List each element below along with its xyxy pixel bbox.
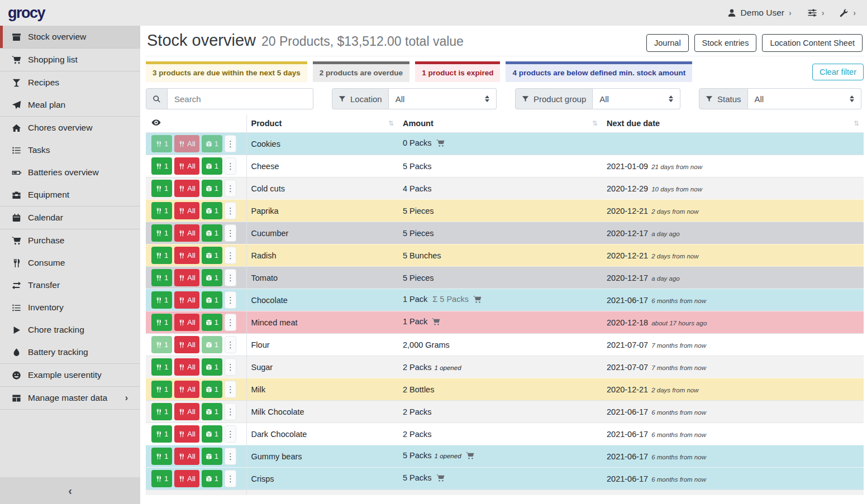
open-one-button[interactable]: 1 — [202, 135, 222, 152]
consume-all-button[interactable]: All — [174, 448, 199, 465]
sidebar-item-transfer[interactable]: Transfer — [0, 274, 140, 296]
consume-one-button[interactable]: 1 — [151, 314, 172, 331]
grocy-logo[interactable]: grocy — [8, 4, 45, 22]
product-group-filter-select[interactable]: All — [593, 88, 680, 109]
row-more-button[interactable]: ⋮ — [225, 269, 236, 286]
journal-button[interactable]: Journal — [646, 34, 689, 52]
open-one-button[interactable]: 1 — [202, 247, 222, 264]
sidebar-item-purchase[interactable]: Purchase — [0, 229, 140, 252]
sidebar-item-stock-overview[interactable]: Stock overview — [0, 26, 140, 48]
consume-all-button[interactable]: All — [174, 247, 199, 264]
consume-one-button[interactable]: 1 — [151, 448, 172, 465]
admin-menu[interactable]: › — [840, 8, 856, 17]
product-column-header[interactable]: Product⇅ — [246, 114, 398, 133]
consume-one-button[interactable]: 1 — [151, 269, 172, 286]
consume-all-button[interactable]: All — [174, 157, 199, 175]
row-more-button[interactable]: ⋮ — [225, 336, 236, 353]
open-one-button[interactable]: 1 — [202, 425, 222, 443]
consume-one-button[interactable]: 1 — [151, 358, 172, 376]
open-one-button[interactable]: 1 — [202, 180, 222, 197]
shopping-cart-icon[interactable] — [466, 453, 474, 462]
amount-column-header[interactable]: Amount⇅ — [398, 114, 602, 133]
shopping-cart-icon[interactable] — [473, 296, 482, 305]
open-one-button[interactable]: 1 — [202, 269, 222, 286]
clear-filter-button[interactable]: Clear filter — [812, 64, 864, 80]
sidebar-item-recipes[interactable]: Recipes — [0, 71, 140, 94]
consume-all-button[interactable]: All — [174, 381, 199, 398]
consume-all-button[interactable]: All — [174, 314, 199, 331]
consume-one-button[interactable]: 1 — [151, 403, 172, 420]
open-one-button[interactable]: 1 — [202, 448, 222, 465]
sidebar-item-chore-tracking[interactable]: Chore tracking — [0, 319, 140, 341]
sidebar-item-equipment[interactable]: Equipment — [0, 184, 140, 206]
settings-menu[interactable]: › — [807, 8, 825, 18]
consume-all-button[interactable]: All — [174, 336, 199, 353]
banner-secondary[interactable]: 2 products are overdue — [313, 61, 409, 82]
row-more-button[interactable]: ⋮ — [225, 425, 236, 443]
consume-one-button[interactable]: 1 — [151, 224, 172, 242]
sidebar-item-meal-plan[interactable]: Meal plan — [0, 94, 140, 116]
consume-one-button[interactable]: 1 — [151, 157, 172, 175]
sidebar-item-inventory[interactable]: Inventory — [0, 296, 140, 319]
consume-one-button[interactable]: 1 — [151, 247, 172, 264]
row-more-button[interactable]: ⋮ — [225, 224, 236, 242]
stock-entries-button[interactable]: Stock entries — [694, 34, 757, 52]
sidebar-item-chores-overview[interactable]: Chores overview — [0, 117, 140, 139]
search-input[interactable] — [168, 88, 313, 109]
open-one-button[interactable]: 1 — [202, 470, 222, 487]
row-more-button[interactable]: ⋮ — [225, 157, 236, 175]
row-more-button[interactable]: ⋮ — [225, 358, 236, 376]
consume-all-button[interactable]: All — [174, 135, 199, 152]
banner-danger[interactable]: 1 product is expired — [415, 61, 500, 82]
consume-all-button[interactable]: All — [174, 425, 199, 443]
open-one-button[interactable]: 1 — [202, 224, 222, 242]
sidebar-item-tasks[interactable]: Tasks — [0, 139, 140, 161]
row-more-button[interactable]: ⋮ — [225, 135, 236, 152]
open-one-button[interactable]: 1 — [202, 358, 222, 376]
row-more-button[interactable]: ⋮ — [225, 448, 236, 465]
consume-all-button[interactable]: All — [174, 470, 199, 487]
shopping-cart-icon[interactable] — [432, 319, 440, 328]
consume-one-button[interactable]: 1 — [151, 135, 172, 152]
row-more-button[interactable]: ⋮ — [225, 247, 236, 264]
row-more-button[interactable]: ⋮ — [225, 470, 236, 487]
user-menu[interactable]: Demo User › — [727, 8, 792, 18]
open-one-button[interactable]: 1 — [202, 336, 222, 353]
consume-one-button[interactable]: 1 — [151, 470, 172, 487]
row-more-button[interactable]: ⋮ — [225, 403, 236, 420]
consume-all-button[interactable]: All — [174, 224, 199, 242]
consume-all-button[interactable]: All — [174, 202, 199, 219]
row-more-button[interactable]: ⋮ — [225, 381, 236, 398]
sidebar-collapse-button[interactable]: ‹ — [0, 477, 140, 504]
sidebar-item-example-userentity[interactable]: Example userentity — [0, 364, 140, 386]
row-more-button[interactable]: ⋮ — [225, 314, 236, 331]
consume-all-button[interactable]: All — [174, 180, 199, 197]
sidebar-item-battery-tracking[interactable]: Battery tracking — [0, 341, 140, 363]
banner-warning[interactable]: 3 products are due within the next 5 day… — [146, 61, 307, 82]
consume-all-button[interactable]: All — [174, 291, 199, 309]
consume-one-button[interactable]: 1 — [151, 202, 172, 219]
open-one-button[interactable]: 1 — [202, 381, 222, 398]
shopping-cart-icon[interactable] — [436, 475, 445, 484]
due-date-column-header[interactable]: Next due date⇅ — [602, 114, 864, 133]
consume-one-button[interactable]: 1 — [151, 425, 172, 443]
eye-icon[interactable] — [151, 118, 161, 127]
open-one-button[interactable]: 1 — [202, 202, 222, 219]
banner-info[interactable]: 4 products are below defined min. stock … — [506, 61, 692, 82]
consume-one-button[interactable]: 1 — [151, 180, 172, 197]
location-filter-select[interactable]: All — [389, 88, 497, 109]
sidebar-item-consume[interactable]: Consume — [0, 252, 140, 274]
row-more-button[interactable]: ⋮ — [225, 291, 236, 309]
location-content-sheet-button[interactable]: Location Content Sheet — [762, 34, 863, 52]
sidebar-item-manage-master-data[interactable]: Manage master data› — [0, 387, 140, 409]
sidebar-item-batteries-overview[interactable]: Batteries overview — [0, 161, 140, 184]
consume-one-button[interactable]: 1 — [151, 381, 172, 398]
sidebar-item-calendar[interactable]: Calendar — [0, 207, 140, 229]
status-filter-select[interactable]: All — [748, 88, 861, 109]
open-one-button[interactable]: 1 — [202, 291, 222, 309]
sidebar-item-shopping-list[interactable]: Shopping list — [0, 49, 140, 71]
row-more-button[interactable]: ⋮ — [225, 202, 236, 219]
open-one-button[interactable]: 1 — [202, 403, 222, 420]
consume-one-button[interactable]: 1 — [151, 336, 172, 353]
open-one-button[interactable]: 1 — [202, 314, 222, 331]
